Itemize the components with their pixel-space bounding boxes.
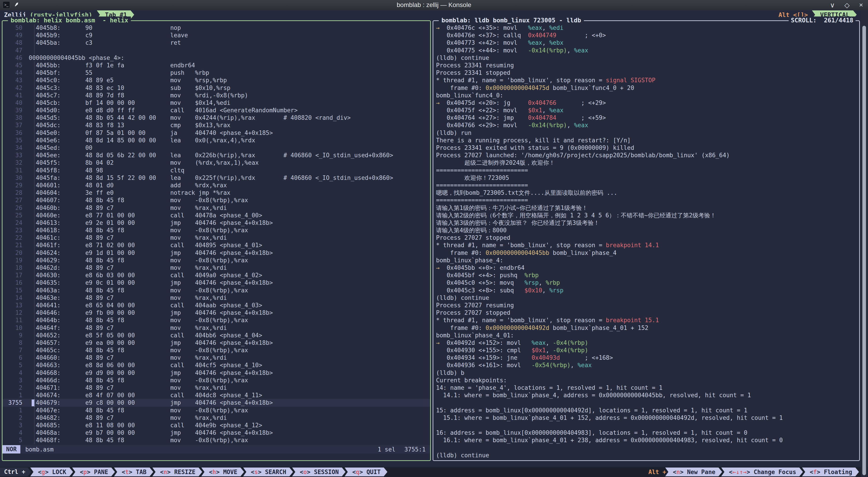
asm-line[interactable]: 24 404613: e9 2e 01 00 00 jmp 404746 <ph…	[2, 219, 430, 227]
asm-line[interactable]: 17 404630: e8 6b 03 00 00 call 4049a0 <p…	[2, 272, 430, 279]
lldb-line[interactable]: Process 23341 exited with status = 9 (0x…	[433, 144, 859, 152]
asm-line[interactable]: 1 40467e: 48 8b 45 f8 mov -0x8(%rbp),%ra…	[2, 407, 430, 414]
asm-line[interactable]: 1 404674: e8 4f 07 00 00 call 404dc8 <ph…	[2, 391, 430, 399]
asm-line[interactable]: 5 404663: e8 8d 06 00 00 call 404cf5 <ph…	[2, 361, 430, 369]
lldb-line[interactable]: There is a running process, kill it and …	[433, 137, 859, 144]
asm-line[interactable]: 6 404660: 48 89 c7 mov %rax,%rdi	[2, 354, 430, 361]
helix-pane[interactable]: bomblab: helix bomb.asm - helix 50 4045b…	[2, 20, 431, 461]
asm-line[interactable]: 32 4045f5: 8b 04 02 mov (%rdx,%rax,1),%e…	[2, 159, 430, 166]
asm-line[interactable]: 47	[2, 47, 430, 54]
lldb-line[interactable]: ==========================	[433, 167, 859, 174]
lldb-line[interactable]: → 0x4045bb <+0>: endbr64	[433, 264, 859, 272]
asm-line[interactable]: 37 4045dc: 48 83 f8 13 cmp $0x13,%rax	[2, 122, 430, 129]
lldb-line[interactable]: (lldb) continue	[433, 452, 859, 459]
lldb-line[interactable]: * thread #1, name = 'bomb_linux', stop r…	[433, 317, 859, 324]
lldb-line[interactable]	[433, 422, 859, 429]
asm-line[interactable]: 44 4045bf: 55 push %rbp	[2, 69, 430, 76]
asm-line[interactable]: 9 404652: e8 5f 05 00 00 call 404bb6 <ph…	[2, 332, 430, 339]
asm-line[interactable]: 28 404604: 3e ff e0 notrack jmp *%rax	[2, 189, 430, 197]
lldb-line[interactable]: → 0x40476c <+35>: movl %eax, %edi	[433, 24, 859, 32]
hint-resize[interactable]: <n> RESIZE	[152, 468, 202, 476]
hint-pane[interactable]: <p> PANE	[72, 468, 115, 476]
lldb-line[interactable]: bomb_linux`func4_0:	[433, 92, 859, 99]
lldb-line[interactable]: (lldb) run	[433, 129, 859, 137]
lldb-line[interactable]: 请输入第3级的密码：今夜没加班？ 你已经通过了第3级考验！	[433, 219, 859, 227]
asm-line[interactable]: 19 404629: 48 8b 45 f8 mov -0x8(%rbp),%r…	[2, 257, 430, 264]
asm-line[interactable]: 41 4045c7: 48 89 7d f8 mov %rdi,-0x8(%rb…	[2, 92, 430, 99]
asm-line[interactable]: 10 40464f: 48 89 c7 mov %rax,%rdi	[2, 324, 430, 332]
lldb-line[interactable]: ==========================	[433, 197, 859, 204]
hint-change-focus[interactable]: <←↓↑→> Change Focus	[721, 468, 803, 476]
asm-line[interactable]: 48 4045ba: c3 ret	[2, 39, 430, 46]
lldb-line[interactable]: → 0x40492d <+152>: movl %eax, -0x4(%rbp)	[433, 339, 859, 347]
lldb-line[interactable]: → 0x40475d <+20>: jg 0x404766 ; <+29>	[433, 99, 859, 107]
lldb-line[interactable]: 0x4045c3 <+8>: subq $0x10, %rsp	[433, 287, 859, 294]
asm-line[interactable]: 15 40463a: 48 8b 45 f8 mov -0x8(%rbp),%r…	[2, 287, 430, 294]
hint-quit[interactable]: <q> QUIT	[345, 468, 388, 476]
asm-line[interactable]: 4 404668: e9 d9 00 00 00 jmp 404746 <pha…	[2, 369, 430, 377]
hint-tab[interactable]: <t> TAB	[114, 468, 153, 476]
asm-line[interactable]: 5 40468f: 48 8b 45 f8 mov -0x8(%rbp),%ra…	[2, 437, 430, 444]
asm-line-cursor[interactable]: 3755 404679: e9 c8 00 00 00 jmp 404746 <…	[2, 399, 430, 407]
lldb-line[interactable]: 0x404773 <+42>: movl %eax, %ebx	[433, 39, 859, 46]
asm-line[interactable]: 22 40461c: 48 89 c7 mov %rax,%rdi	[2, 234, 430, 242]
minimize-icon[interactable]: ∨	[830, 1, 835, 9]
asm-line[interactable]: 21 40461f: e8 71 02 00 00 call 404895 <p…	[2, 242, 430, 249]
lldb-line[interactable]: * thread #1, name = 'bomb_linux', stop r…	[433, 76, 859, 84]
asm-line[interactable]: 31 4045f8: 48 98 cltq	[2, 167, 430, 174]
lldb-line[interactable]: 0x4045bf <+4>: pushq %rbp	[433, 272, 859, 279]
lldb-line[interactable]: 15.1: where = bomb_linux`phase_4_01 + 15…	[433, 414, 859, 422]
lldb-line[interactable]: 14: name = 'phase_4', locations = 1, res…	[433, 384, 859, 391]
lldb-line[interactable]: 15: address = bomb_linux[0x0000000000404…	[433, 407, 859, 414]
asm-line[interactable]: 14 40463e: 48 89 c7 mov %rax,%rdi	[2, 294, 430, 301]
lldb-line[interactable]: bomb_linux`phase_4:	[433, 257, 859, 264]
asm-line[interactable]: 12 404646: e9 fb 00 00 00 jmp 404746 <ph…	[2, 309, 430, 317]
asm-line[interactable]: 38 4045d5: 48 8b 05 44 42 00 00 mov 0x42…	[2, 114, 430, 122]
lldb-line[interactable]: 0x404930 <+155>: cmpl $0x1, -0x4(%rbp)	[433, 347, 859, 354]
asm-line[interactable]: 34 4045ed: 00	[2, 144, 430, 152]
lldb-line[interactable]: 0x404934 <+159>: jne 0x40493d ; <+168>	[433, 354, 859, 361]
lldb-line[interactable]: 0x4045c0 <+5>: movq %rsp, %rbp	[433, 279, 859, 287]
lldb-line[interactable]: 14.1: where = bomb_linux`phase_4, addres…	[433, 391, 859, 399]
lldb-line[interactable]: * thread #1, name = 'bomb_linux', stop r…	[433, 242, 859, 249]
asm-line[interactable]: 3 404685: e8 11 08 00 00 call 404e9b <ph…	[2, 422, 430, 429]
lldb-line[interactable]: (lldb) b	[433, 369, 859, 377]
asm-line[interactable]: 2 404682: 48 89 c7 mov %rax,%rdi	[2, 414, 430, 422]
asm-line[interactable]: 50 4045b8: 90 nop	[2, 24, 430, 32]
lldb-line[interactable]: Process 27027 stopped	[433, 234, 859, 242]
hint-search[interactable]: <s> SEARCH	[243, 468, 293, 476]
asm-line[interactable]: 42 4045c3: 48 83 ec 10 sub $0x10,%rsp	[2, 84, 430, 92]
lldb-line[interactable]: 请输入第1级的密码：牛刀小试~你已经通过了第1级考验！	[433, 204, 859, 212]
lldb-line[interactable]: Process 23341 stopped	[433, 69, 859, 76]
close-icon[interactable]: ×	[859, 1, 863, 9]
asm-line[interactable]: 27 404607: 48 8b 45 f8 mov -0x8(%rbp),%r…	[2, 197, 430, 204]
lldb-line[interactable]: Current breakpoints:	[433, 377, 859, 384]
hint-lock[interactable]: <g> LOCK	[30, 468, 73, 476]
asm-line[interactable]: 33 4045ee: 48 8d 05 6b 22 00 00 lea 0x22…	[2, 152, 430, 159]
lldb-line[interactable]: frame #0: 0x00000000004045bb bomb_linux`…	[433, 249, 859, 257]
asm-line[interactable]: 36 4045e0: 0f 87 5a 01 00 00 ja 404740 <…	[2, 129, 430, 137]
scrollbar-track[interactable]	[861, 10, 868, 477]
lldb-line[interactable]: 0x40475f <+22>: movl $0x1, %eax	[433, 107, 859, 114]
lldb-line[interactable]: Process 27027 stopped	[433, 309, 859, 317]
asm-line[interactable]: 3 40466d: 48 8b 45 f8 mov -0x8(%rbp),%ra…	[2, 377, 430, 384]
asm-line[interactable]: 35 4045e6: 48 8d 14 85 00 00 00 lea 0x0(…	[2, 137, 430, 144]
asm-line[interactable]: 13 404641: e8 65 04 00 00 call 404aab <p…	[2, 301, 430, 309]
lldb-line[interactable]: 超级二进制炸弹2024版，欢迎你！	[433, 159, 859, 166]
hint-floating[interactable]: <f> Floating	[802, 468, 859, 476]
lldb-line[interactable]: frame #0: 0x000000000040492d bomb_linux`…	[433, 324, 859, 332]
hint-move[interactable]: <h> MOVE	[202, 468, 244, 476]
lldb-line[interactable]: 嗯嗯，找到bomb_723005.txt文件....从里面读取以前的密码 ...	[433, 189, 859, 197]
asm-line[interactable]: 43 4045c0: 48 89 e5 mov %rsp,%rbp	[2, 76, 430, 84]
lldb-pane[interactable]: bomblab: lldb bomb_linux 723005 - lldb S…	[433, 20, 860, 461]
asm-line[interactable]: 4 40468a: e9 b7 00 00 00 jmp 404746 <pha…	[2, 429, 430, 437]
asm-line[interactable]: 23 404618: 48 8b 45 f8 mov -0x8(%rbp),%r…	[2, 227, 430, 234]
asm-line[interactable]: 45 4045bb: f3 0f 1e fa endbr64	[2, 62, 430, 69]
scrollbar-thumb[interactable]	[862, 26, 866, 475]
lldb-line[interactable]: Process 27027 launched: '/home/gh0s7/pro…	[433, 152, 859, 159]
asm-line[interactable]: 26 40460b: 48 89 c7 mov %rax,%rdi	[2, 204, 430, 212]
lldb-line[interactable]: bomb_linux`phase_4_01:	[433, 332, 859, 339]
asm-line[interactable]: 39 4045d0: e8 d8 d0 ff ff call 4016ad <G…	[2, 107, 430, 114]
lldb-line[interactable]: (lldb) continue	[433, 54, 859, 62]
asm-line[interactable]: 11 40464b: 48 8b 45 f8 mov -0x8(%rbp),%r…	[2, 317, 430, 324]
